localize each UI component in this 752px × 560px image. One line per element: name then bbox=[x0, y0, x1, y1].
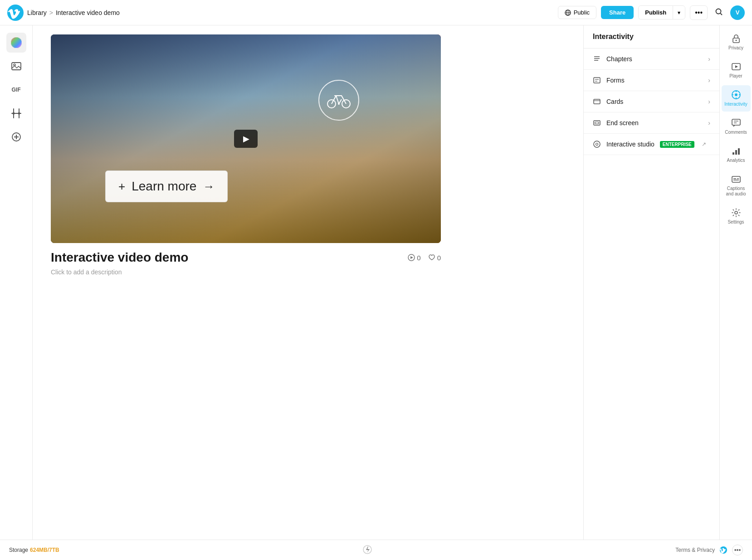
play-button[interactable] bbox=[234, 130, 258, 148]
interactive-studio-icon bbox=[593, 140, 601, 148]
sidebar-item-player[interactable]: Player bbox=[722, 57, 751, 83]
svg-rect-27 bbox=[594, 99, 600, 104]
end-screen-icon bbox=[593, 119, 601, 127]
player-label: Player bbox=[729, 73, 742, 79]
chapters-icon bbox=[593, 55, 601, 63]
panel-item-end-screen[interactable]: End screen › bbox=[584, 112, 719, 134]
interactivity-panel: Interactivity Chapters › Forms › Cards › bbox=[583, 25, 719, 540]
likes-stat: 0 bbox=[428, 254, 441, 262]
comments-label: Comments bbox=[725, 130, 747, 135]
navbar: Library > Interactive video demo Public … bbox=[0, 0, 752, 25]
svg-marker-36 bbox=[735, 65, 738, 68]
tool-color[interactable] bbox=[6, 33, 26, 53]
forms-label: Forms bbox=[606, 77, 625, 84]
tool-gif[interactable]: GIF bbox=[6, 80, 26, 100]
end-screen-chevron: › bbox=[708, 119, 710, 127]
svg-rect-9 bbox=[12, 63, 21, 70]
enterprise-badge: ENTERPRISE bbox=[660, 141, 694, 148]
privacy-label: Privacy bbox=[728, 45, 743, 51]
lightning-icon bbox=[363, 545, 372, 554]
tool-image[interactable] bbox=[6, 56, 26, 76]
end-screen-label: End screen bbox=[606, 119, 639, 127]
image-icon bbox=[11, 61, 22, 72]
like-count: 0 bbox=[437, 254, 441, 262]
settings-icon bbox=[731, 208, 741, 218]
panel-item-interactive-studio[interactable]: Interactive studio ENTERPRISE ↗ bbox=[584, 134, 719, 155]
external-link-icon: ↗ bbox=[702, 141, 706, 147]
panel-item-chapters[interactable]: Chapters › bbox=[584, 49, 719, 70]
sidebar-item-captions[interactable]: Captions and audio bbox=[722, 170, 751, 201]
panel-item-cards[interactable]: Cards › bbox=[584, 91, 719, 112]
svg-rect-43 bbox=[732, 119, 740, 125]
panel-header: Interactivity bbox=[584, 25, 719, 49]
svg-point-32 bbox=[596, 143, 598, 146]
publish-group: Publish ▾ bbox=[638, 5, 685, 19]
svg-marker-20 bbox=[410, 256, 413, 259]
sidebar-item-privacy[interactable]: Privacy bbox=[722, 29, 751, 55]
learn-more-arrow: → bbox=[203, 180, 215, 194]
svg-rect-49 bbox=[732, 176, 740, 182]
footer-storage: Storage 624MB/7TB bbox=[9, 547, 59, 553]
svg-rect-29 bbox=[594, 121, 600, 125]
publish-dropdown[interactable]: ▾ bbox=[673, 6, 685, 19]
storage-amount: 624MB/7TB bbox=[30, 547, 59, 553]
learn-more-plus: + bbox=[118, 180, 125, 194]
svg-point-0 bbox=[7, 5, 24, 21]
tool-add[interactable] bbox=[6, 127, 26, 147]
svg-rect-46 bbox=[732, 152, 734, 155]
more-button[interactable]: ••• bbox=[690, 5, 708, 20]
plays-stat: 0 bbox=[408, 254, 420, 262]
svg-point-4 bbox=[716, 9, 721, 14]
panel-item-forms[interactable]: Forms › bbox=[584, 70, 719, 91]
storage-label: Storage bbox=[9, 547, 28, 553]
search-button[interactable] bbox=[712, 5, 726, 20]
video-container: + Learn more → bbox=[51, 34, 441, 243]
terms-link[interactable]: Terms & Privacy bbox=[675, 547, 715, 553]
avatar[interactable]: V bbox=[730, 5, 745, 20]
publish-button[interactable]: Publish bbox=[639, 6, 673, 19]
right-sidebar: Privacy Player Interactivity Comments An… bbox=[719, 25, 752, 540]
svg-point-53 bbox=[735, 211, 737, 214]
svg-point-31 bbox=[594, 141, 600, 147]
svg-point-12 bbox=[18, 112, 20, 115]
vimeo-small-icon bbox=[719, 546, 728, 554]
svg-line-5 bbox=[721, 14, 723, 15]
analytics-icon bbox=[731, 146, 741, 156]
video-thumbnail[interactable]: + Learn more → bbox=[51, 34, 441, 243]
svg-point-11 bbox=[12, 112, 15, 115]
sidebar-item-settings[interactable]: Settings bbox=[722, 203, 751, 229]
svg-rect-24 bbox=[594, 78, 600, 83]
panel-title: Interactivity bbox=[593, 33, 634, 40]
captions-icon bbox=[731, 174, 741, 184]
svg-point-34 bbox=[735, 40, 737, 41]
breadcrumb-separator: > bbox=[49, 9, 53, 16]
footer-more-button[interactable]: ••• bbox=[732, 545, 743, 555]
footer: Storage 624MB/7TB Terms & Privacy ••• bbox=[0, 540, 752, 560]
footer-right: Terms & Privacy ••• bbox=[675, 545, 743, 555]
player-icon bbox=[731, 62, 741, 72]
svg-rect-30 bbox=[595, 122, 599, 124]
svg-point-18 bbox=[338, 103, 340, 105]
navbar-left: Library > Interactive video demo bbox=[7, 5, 558, 21]
like-icon bbox=[428, 254, 435, 261]
vimeo-logo[interactable] bbox=[7, 5, 24, 21]
share-button[interactable]: Share bbox=[601, 6, 634, 19]
video-title-row: Interactive video demo 0 0 bbox=[51, 250, 441, 265]
comments-icon bbox=[731, 118, 741, 128]
bike-icon-overlay bbox=[318, 80, 359, 121]
globe-icon bbox=[565, 10, 571, 16]
breadcrumb-library[interactable]: Library bbox=[27, 9, 47, 16]
learn-more-card[interactable]: + Learn more → bbox=[105, 170, 228, 202]
public-button[interactable]: Public bbox=[558, 6, 596, 19]
sidebar-item-analytics[interactable]: Analytics bbox=[722, 141, 751, 168]
video-description[interactable]: Click to add a description bbox=[51, 268, 441, 276]
search-icon bbox=[715, 8, 723, 16]
tool-trim[interactable] bbox=[6, 103, 26, 123]
chapters-chevron: › bbox=[708, 55, 710, 63]
breadcrumb: Library > Interactive video demo bbox=[27, 9, 120, 16]
interactivity-label: Interactivity bbox=[724, 102, 747, 107]
sidebar-item-comments[interactable]: Comments bbox=[722, 113, 751, 140]
sidebar-item-interactivity[interactable]: Interactivity bbox=[722, 85, 751, 112]
footer-lightning bbox=[363, 545, 372, 555]
color-wheel-icon bbox=[10, 36, 23, 49]
